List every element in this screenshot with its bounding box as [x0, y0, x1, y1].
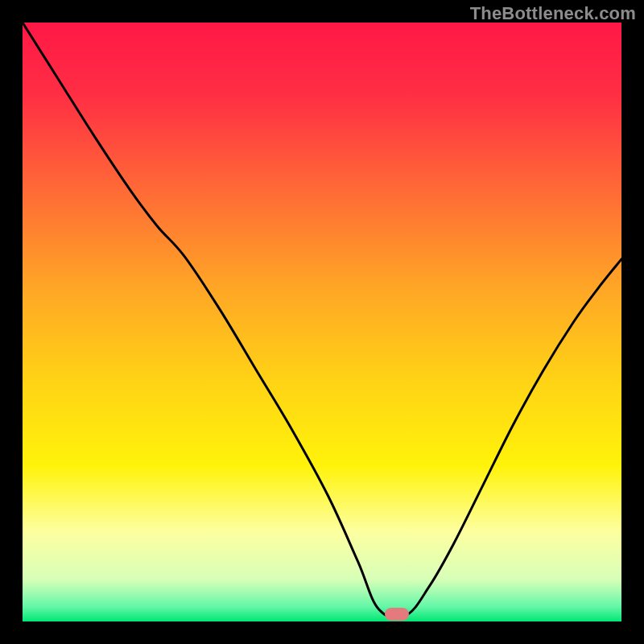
chart-frame: TheBottleneck.com: [0, 0, 644, 644]
curve-layer: [23, 23, 621, 621]
optimal-marker: [385, 608, 409, 621]
watermark-text: TheBottleneck.com: [470, 3, 636, 24]
bottleneck-curve: [23, 23, 621, 618]
plot-area: [23, 23, 621, 621]
